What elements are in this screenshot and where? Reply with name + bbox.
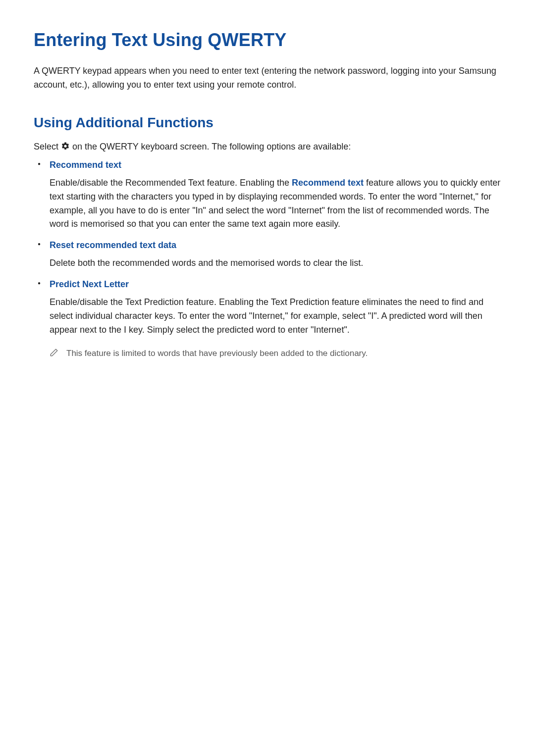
feature-name-recommend-text: Recommend text (50, 160, 501, 170)
feature-list: Recommend text Enable/disable the Recomm… (34, 160, 501, 360)
note-text: This feature is limited to words that ha… (66, 347, 368, 360)
feature-name-predict-next-letter: Predict Next Letter (50, 279, 501, 290)
select-suffix: on the QWERTY keyboard screen. The follo… (72, 142, 351, 151)
feature-body: Enable/disable the Recommended Text feat… (50, 176, 501, 232)
list-item: Reset recommended text data Delete both … (50, 240, 501, 270)
select-instruction: Select on the QWERTY keyboard screen. Th… (34, 142, 501, 153)
document-page: Entering Text Using QWERTY A QWERTY keyp… (0, 0, 535, 756)
body-text: Enable/disable the Recommended Text feat… (50, 178, 292, 188)
note-row: This feature is limited to words that ha… (50, 347, 501, 360)
list-item: Predict Next Letter Enable/disable the T… (50, 279, 501, 359)
select-prefix: Select (34, 142, 61, 151)
feature-body: Enable/disable the Text Prediction featu… (50, 296, 501, 337)
intro-paragraph: A QWERTY keypad appears when you need to… (34, 64, 501, 92)
list-item: Recommend text Enable/disable the Recomm… (50, 160, 501, 232)
feature-body: Delete both the recommended words and th… (50, 256, 501, 270)
gear-icon (61, 142, 70, 153)
page-title: Entering Text Using QWERTY (34, 30, 501, 50)
inline-term-recommend-text: Recommend text (292, 178, 364, 188)
section-heading: Using Additional Functions (34, 115, 501, 131)
feature-name-reset-recommended: Reset recommended text data (50, 240, 501, 251)
pencil-icon (50, 348, 58, 359)
